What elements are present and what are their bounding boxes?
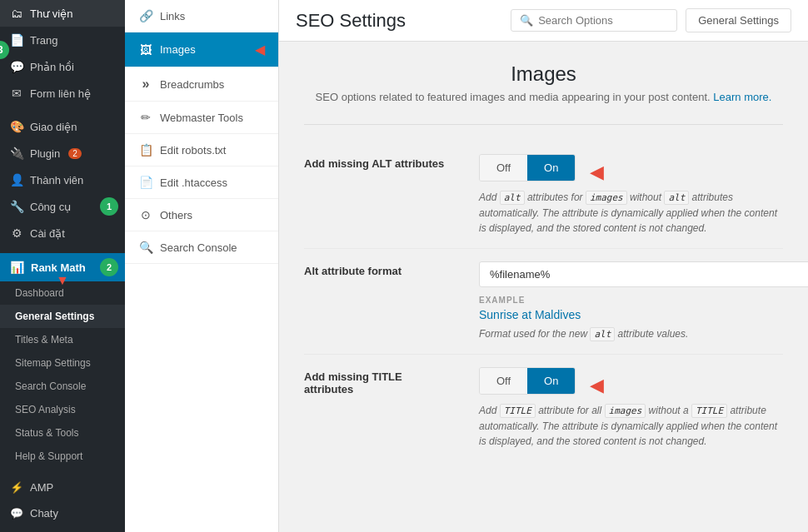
setting-alt-attributes: Add missing ALT attributes Off On ◀ Add …: [304, 142, 783, 249]
search-icon: 🔍: [520, 14, 533, 27]
main-content: SEO Settings 🔍 General Settings Images S…: [279, 0, 808, 532]
sidebar: 🗂 Thư viện 📄 Trang 💬 Phản hồi ✉ Form liê…: [0, 0, 125, 532]
breadcrumbs-icon: »: [138, 77, 153, 92]
search-input[interactable]: [538, 14, 668, 27]
sidebar-item-thanh-vien[interactable]: 👤 Thành viên: [0, 167, 125, 193]
webmaster-icon: ✏: [138, 111, 153, 124]
example-value: Sunrise at Maldives: [479, 308, 808, 321]
section-desc: SEO options related to featured images a…: [304, 91, 783, 103]
submenu-dashboard[interactable]: Dashboard: [0, 281, 125, 305]
format-select[interactable]: %filename%: [479, 261, 808, 287]
badge-1: 1: [100, 197, 118, 216]
top-bar-right: 🔍 General Settings: [511, 8, 791, 32]
amp-icon: ⚡: [10, 481, 23, 494]
top-bar: SEO Settings 🔍 General Settings: [279, 0, 808, 42]
sidebar-item-phan-hoi[interactable]: 💬 Phản hồi: [0, 53, 125, 80]
nav-images[interactable]: 🖼 Images ◀ 3: [125, 32, 278, 67]
plugin-badge: 2: [68, 148, 82, 159]
active-arrow-icon: ◀: [255, 42, 265, 57]
sidebar-item-wordfence[interactable]: 🛡 Wordfence 1: [0, 526, 125, 532]
submenu-status-tools[interactable]: Status & Tools: [0, 421, 125, 445]
sidebar-item-cong-cu[interactable]: 🔧 Công cụ 1: [0, 193, 125, 220]
alt-toggle-off[interactable]: Off: [480, 155, 527, 181]
format-desc: Format used for the new alt attribute va…: [479, 326, 808, 342]
title-toggle-off[interactable]: Off: [480, 368, 527, 394]
alt-toggle-on[interactable]: On: [527, 155, 575, 181]
nav-links[interactable]: 🔗 Links: [125, 0, 278, 32]
sidebar-item-amp[interactable]: ⚡ AMP: [0, 475, 125, 500]
setting-alt-control: Off On ◀ Add alt attributes for images w…: [479, 154, 783, 236]
setting-alt-label: Add missing ALT attributes: [304, 154, 454, 170]
example-label: EXAMPLE: [479, 296, 808, 305]
nav-webmaster-tools[interactable]: ✏ Webmaster Tools: [125, 102, 278, 134]
setting-format-control: %filename% ▼ EXAMPLE Sunrise at Maldives…: [479, 261, 808, 342]
nav-breadcrumbs[interactable]: » Breadcrumbs: [125, 67, 278, 102]
title-arrow-icon: ◀: [590, 375, 604, 396]
tools-icon: 🔧: [10, 200, 23, 213]
nav-edit-robots[interactable]: 📋 Edit robots.txt: [125, 134, 278, 167]
alt-toggle-group: Off On: [479, 154, 576, 181]
section-divider: [304, 124, 783, 125]
setting-alt-format: Alt attribute format %filename% ▼ EXAMPL…: [304, 249, 783, 355]
mail-icon: ✉: [10, 87, 23, 100]
setting-title-control: Off On ◀ Add TITLE attribute for all ima…: [479, 367, 783, 449]
submenu-sitemap-settings[interactable]: Sitemap Settings: [0, 351, 125, 375]
nav-edit-htaccess[interactable]: 📄 Edit .htaccess: [125, 167, 278, 199]
rank-math-submenu: Dashboard General Settings Titles & Meta…: [0, 281, 125, 468]
alt-arrow-icon: ◀: [590, 162, 604, 183]
badge-2: 2: [100, 258, 118, 276]
submenu-help-support[interactable]: Help & Support: [0, 445, 125, 468]
alt-setting-desc: Add alt attributes for images without al…: [479, 190, 783, 236]
content-area: Images SEO options related to featured i…: [279, 42, 808, 532]
search-box[interactable]: 🔍: [511, 9, 677, 32]
submenu-seo-analysis[interactable]: SEO Analysis: [0, 398, 125, 421]
title-toggle-group: Off On: [479, 367, 576, 395]
plugin-icon: 🔌: [10, 147, 23, 160]
rank-math-header[interactable]: 📊 Rank Math 2 ▼: [0, 253, 125, 281]
comment-icon: 💬: [10, 60, 23, 73]
sidebar-item-plugin[interactable]: 🔌 Plugin 2: [0, 140, 125, 167]
submenu-search-console[interactable]: Search Console: [0, 375, 125, 398]
sidebar-item-trang[interactable]: 📄 Trang: [0, 27, 125, 53]
links-icon: 🔗: [138, 9, 153, 22]
settings-icon: ⚙: [10, 226, 23, 240]
setting-format-label: Alt attribute format: [304, 261, 454, 277]
page-title: SEO Settings: [296, 10, 406, 32]
nav-search-console[interactable]: 🔍 Search Console: [125, 231, 278, 264]
submenu-general-settings[interactable]: General Settings: [0, 305, 125, 328]
title-toggle-on[interactable]: On: [527, 368, 575, 394]
setting-title-attributes: Add missing TITLE attributes Off On ◀ Ad…: [304, 355, 783, 461]
sidebar-item-form-lien-he[interactable]: ✉ Form liên hệ: [0, 80, 125, 107]
sidebar-item-chaty[interactable]: 💬 Chaty: [0, 500, 125, 526]
nav-others[interactable]: ⊙ Others: [125, 199, 278, 231]
learn-more-link[interactable]: Learn more.: [713, 91, 771, 103]
submenu-titles-meta[interactable]: Titles & Meta: [0, 328, 125, 351]
sidebar-item-cai-dat[interactable]: ⚙ Cài đặt: [0, 220, 125, 246]
nav-panel: 🔗 Links 🖼 Images ◀ 3 » Breadcrumbs ✏ Web…: [125, 0, 279, 532]
page-icon: 📄: [10, 33, 23, 47]
rank-math-icon: 📊: [10, 261, 24, 274]
format-select-wrapper: %filename% ▼: [479, 261, 808, 287]
setting-title-label: Add missing TITLE attributes: [304, 367, 454, 395]
chaty-icon: 💬: [10, 507, 23, 520]
title-setting-desc: Add TITLE attribute for all images witho…: [479, 403, 783, 449]
sidebar-item-giao-dien[interactable]: 🎨 Giao diện: [0, 113, 125, 140]
user-icon: 👤: [10, 173, 23, 186]
section-title: Images: [304, 62, 783, 86]
sidebar-item-thu-vien[interactable]: 🗂 Thư viện: [0, 0, 125, 27]
general-settings-button[interactable]: General Settings: [686, 8, 791, 32]
htaccess-icon: 📄: [138, 176, 153, 189]
search-console-icon: 🔍: [138, 241, 153, 254]
theme-icon: 🎨: [10, 120, 23, 133]
images-icon: 🖼: [138, 43, 153, 57]
robots-icon: 📋: [138, 143, 153, 157]
others-icon: ⊙: [138, 208, 153, 221]
library-icon: 🗂: [10, 7, 23, 20]
